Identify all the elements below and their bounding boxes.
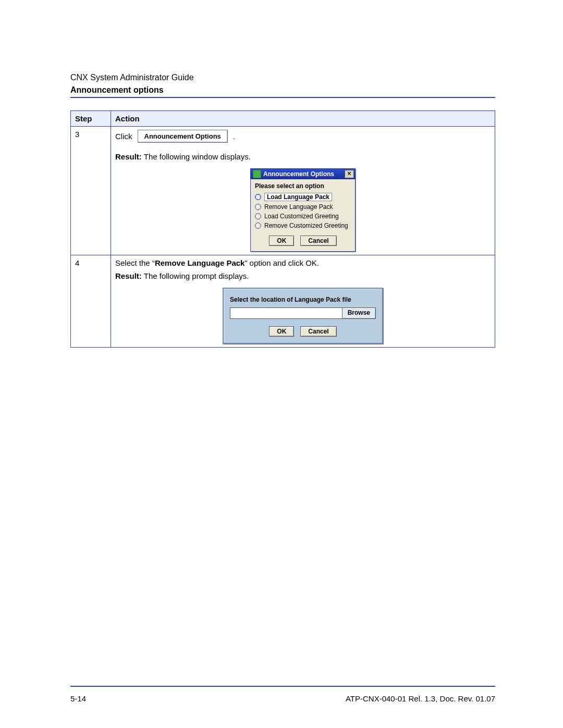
result-label: Result: <box>115 152 142 161</box>
guide-title: CNX System Administrator Guide <box>70 73 495 82</box>
dialog-titlebar: Announcement Options × <box>251 169 355 179</box>
action-cell: Click Announcement Options . Result: The… <box>111 127 495 255</box>
action-cell: Select the “Remove Language Pack” option… <box>111 255 495 348</box>
dialog-prompt: Please select an option <box>255 182 351 190</box>
radio-option-remove-customized-greeting[interactable]: Remove Customized Greeting <box>255 222 351 229</box>
radio-label: Remove Customized Greeting <box>264 222 348 229</box>
radio-icon <box>255 223 261 229</box>
steps-table: Step Action 3 Click Announcement Options… <box>70 110 495 348</box>
cancel-button[interactable]: Cancel <box>300 326 336 337</box>
language-pack-prompt-dialog: Select the location of Language Pack fil… <box>223 288 383 344</box>
radio-option-remove-language-pack[interactable]: Remove Language Pack <box>255 203 351 211</box>
bold-option-name: Remove Language Pack <box>155 258 245 267</box>
result-line: Result: The following prompt displays. <box>115 272 491 280</box>
announcement-options-button[interactable]: Announcement Options <box>138 130 228 143</box>
radio-option-load-language-pack[interactable]: Load Language Pack <box>255 193 351 201</box>
cancel-button[interactable]: Cancel <box>300 236 336 246</box>
table-row: 4 Select the “Remove Language Pack” opti… <box>71 255 495 348</box>
page-footer: 5-14 ATP-CNX-040-01 Rel. 1.3, Doc. Rev. … <box>70 694 495 703</box>
ok-button[interactable]: OK <box>269 236 294 246</box>
radio-label: Remove Language Pack <box>264 203 333 211</box>
header-divider <box>70 97 495 98</box>
prompt-label: Select the location of Language Pack fil… <box>230 296 376 303</box>
result-text: The following prompt displays. <box>142 272 249 280</box>
doc-id: ATP-CNX-040-01 Rel. 1.3, Doc. Rev. 01.07 <box>346 694 495 703</box>
radio-label: Load Customized Greeting <box>264 213 339 220</box>
close-icon[interactable]: × <box>345 170 354 178</box>
radio-icon <box>255 213 261 219</box>
radio-option-load-customized-greeting[interactable]: Load Customized Greeting <box>255 213 351 220</box>
page-number: 5-14 <box>70 694 86 703</box>
radio-label: Load Language Pack <box>264 193 332 201</box>
step-number: 4 <box>71 255 111 348</box>
period: . <box>233 132 235 141</box>
click-text: Click <box>115 132 132 141</box>
ok-button[interactable]: OK <box>269 326 294 337</box>
file-path-input[interactable] <box>230 307 342 319</box>
result-text: The following window displays. <box>142 152 251 161</box>
instruction-line: Select the “Remove Language Pack” option… <box>115 258 491 267</box>
result-line: Result: The following window displays. <box>115 152 491 161</box>
dialog-title: Announcement Options <box>263 170 334 178</box>
footer-divider <box>70 686 495 687</box>
click-instruction: Click Announcement Options . <box>115 130 491 143</box>
radio-icon <box>255 194 261 200</box>
browse-button[interactable]: Browse <box>342 307 376 319</box>
radio-icon <box>255 204 261 210</box>
table-row: 3 Click Announcement Options . Result: T… <box>71 127 495 255</box>
result-label: Result: <box>115 272 142 280</box>
step-number: 3 <box>71 127 111 255</box>
document-page: CNX System Administrator Guide Announcem… <box>0 0 563 728</box>
app-icon <box>253 170 261 178</box>
section-heading: Announcement options <box>70 85 495 95</box>
announcement-options-dialog: Announcement Options × Please select an … <box>250 168 356 252</box>
col-header-step: Step <box>71 111 111 127</box>
col-header-action: Action <box>111 111 495 127</box>
